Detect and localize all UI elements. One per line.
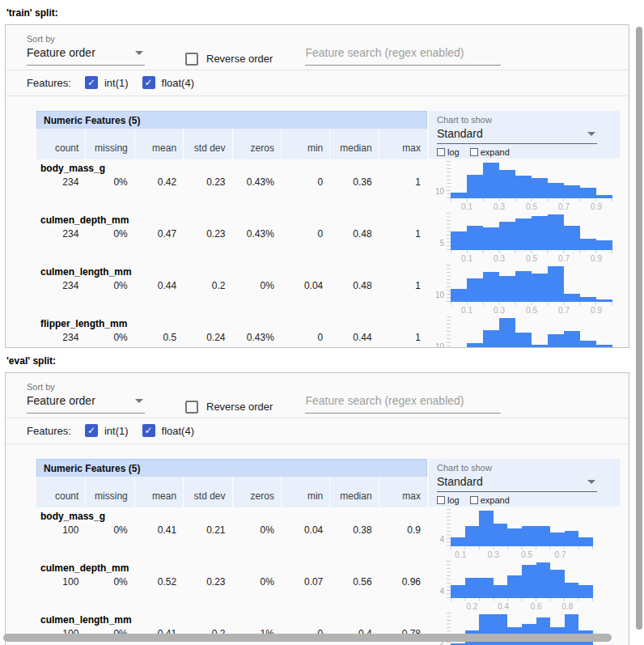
table-row: culmen_depth_mm2340%0.470.230.43%00.481 [36,211,427,263]
x-tick-label: 0.7 [555,550,566,559]
stat-value: 0.52 [134,576,183,588]
feature-type-filter[interactable]: ✓float(4) [142,424,194,437]
stat-value: 1 [379,176,427,188]
chart-option-checkbox[interactable]: log [437,147,460,157]
histogram-bar [451,231,467,250]
histogram-bar [499,170,515,198]
feature-stats: 2340%0.440.20%0.040.481 [36,280,427,291]
feature-type-filter[interactable]: ✓int(1) [85,76,129,89]
checkbox-unchecked-icon [470,496,478,504]
histogram-bar [532,274,548,302]
feature-histogram: 100.10.30.50.70.9 [429,314,620,348]
histogram-bar [467,175,483,198]
histogram-bar [499,222,515,250]
train-split-panel: Sort by Feature order Reverse order Feat… [5,24,629,348]
x-tick-label: 0.9 [591,202,602,211]
reverse-order-checkbox[interactable]: Reverse order [185,48,273,70]
x-tick-label: 0.3 [488,550,499,559]
chart-type-select[interactable]: Standard [437,473,597,492]
histogram-plot: 0.10.30.50.70.9 [451,316,612,348]
checkbox-unchecked-icon [185,401,198,414]
checkbox-unchecked-icon [437,148,445,156]
x-tick-label: 0.3 [494,254,505,263]
chart-to-show-box: Chart to show Standard logexpand [429,111,620,159]
histogram-bar [499,276,515,302]
sort-by-value: Feature order [27,46,95,59]
sort-by-label: Sort by [27,382,145,392]
chart-option-checkbox[interactable]: expand [470,495,510,505]
sort-by-select[interactable]: Sort by Feature order [27,382,145,418]
histogram-bar [548,334,564,348]
histogram-bar [532,216,548,250]
histogram-bar [532,178,548,198]
x-tick-label: 0.2 [466,602,477,611]
charts-column: Chart to show Standard logexpand 100.10.… [429,111,620,348]
feature-search-input[interactable] [305,391,501,414]
x-tick-label: 0.1 [461,254,472,263]
feature-histogram: 100.10.30.50.70.9 [429,159,620,210]
feature-stats: 1000%0.520.230%0.070.560.96 [36,576,427,588]
reverse-order-checkbox[interactable]: Reverse order [185,396,273,418]
feature-histogram: 40.10.30.50.7 [429,507,620,558]
chart-option-checkbox[interactable]: expand [470,147,510,157]
histogram-bar [483,330,499,348]
eval-split-panel: Sort by Feature order Reverse order Feat… [5,372,629,645]
filter-label: int(1) [104,425,129,437]
chart-type-select[interactable]: Standard [437,125,597,144]
features-label: Features: [27,77,71,89]
feature-type-filter[interactable]: ✓float(4) [142,76,194,89]
checkbox-checked-icon: ✓ [85,76,98,89]
table-title: Numeric Features (5) [36,459,427,477]
feature-type-filter[interactable]: ✓int(1) [85,424,129,437]
x-tick-label: 0.3 [494,306,505,315]
horizontal-scrollbar[interactable] [3,634,612,642]
stat-value: 0.48 [329,280,378,291]
feature-stats: 2340%0.50.240.43%00.441 [36,332,427,343]
histogram-bar [479,578,494,598]
stat-value: 0% [85,576,133,588]
histogram-bar [499,318,515,348]
checkbox-checked-icon: ✓ [85,424,98,437]
column-header: count [36,129,85,159]
chart-option-label: expand [481,495,510,505]
column-header: max [379,477,427,507]
checkbox-unchecked-icon [470,148,478,156]
stat-value: 0 [281,332,329,343]
sort-by-select[interactable]: Sort by Feature order [27,34,145,70]
table-title: Numeric Features (5) [36,111,427,129]
features-label: Features: [27,425,71,437]
filter-label: float(4) [162,425,194,437]
chart-option-checkbox[interactable]: log [437,495,460,505]
feature-stats: 2340%0.470.230.43%00.481 [36,228,427,240]
stat-value: 234 [36,280,85,291]
histogram-y-label: 5 [429,213,447,250]
histogram-bar [596,195,612,198]
histogram-x-labels: 0.10.30.50.7 [451,550,593,559]
chart-type-value: Standard [437,475,483,488]
table-row: body_mass_g1000%0.410.210%0.040.380.9 [36,507,427,559]
histogram-y-label: 10 [429,161,447,198]
x-tick-label: 0.8 [561,602,573,611]
stat-value: 0.47 [134,228,183,240]
stat-value: 0.43% [232,332,281,343]
histogram-bar [483,272,499,302]
filter-label: int(1) [104,77,129,89]
histogram-bar [522,526,536,546]
table-row: culmen_depth_mm1000%0.520.230%0.070.560.… [36,559,427,611]
x-tick-label: 0.3 [494,202,505,211]
histogram-bar [580,239,596,250]
stat-value: 0.23 [183,576,231,588]
vertical-scrollbar[interactable] [636,27,642,630]
column-header: min [281,477,329,507]
table-row: body_mass_g2340%0.420.230.43%00.361 [36,159,427,211]
stat-value: 0.07 [281,576,329,588]
histogram-bar [564,294,580,302]
feature-search-input[interactable] [305,43,501,66]
column-header: max [379,129,427,159]
stat-value: 1 [379,280,427,291]
x-tick-label: 0.7 [558,202,570,211]
x-tick-label: 0.9 [591,306,602,315]
filter-label: float(4) [162,77,194,89]
x-tick-label: 0.7 [558,306,570,315]
column-header: zeros [232,129,281,159]
